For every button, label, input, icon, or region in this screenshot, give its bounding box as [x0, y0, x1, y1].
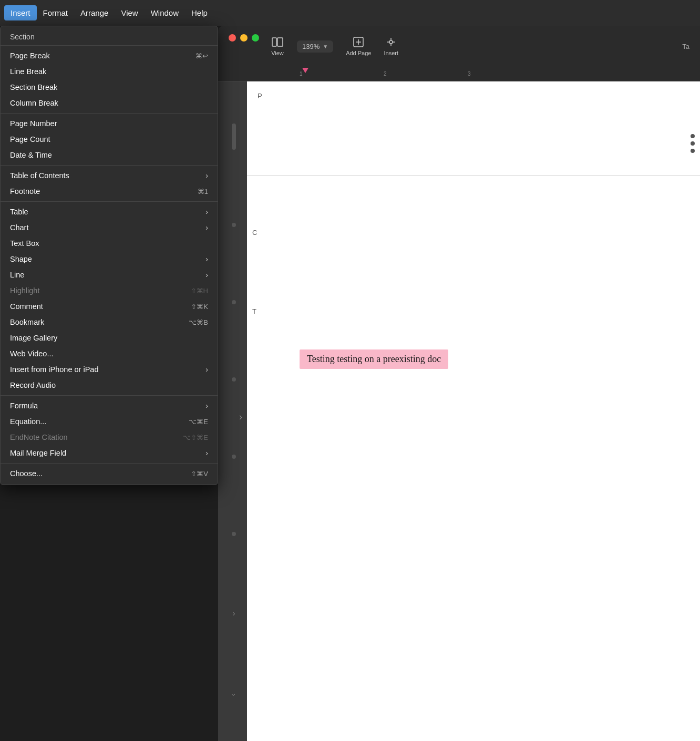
scroll-dot-r2: [691, 141, 695, 146]
menu-item-format[interactable]: Format: [37, 5, 75, 20]
menu-item-line-break[interactable]: Line Break: [1, 64, 218, 79]
highlight-label: Highlight: [10, 286, 39, 295]
record-audio-label: Record Audio: [10, 381, 56, 389]
menu-item-column-break[interactable]: Column Break: [1, 95, 218, 111]
endnote-citation-shortcut: ⌥⇧⌘E: [183, 434, 208, 441]
minimize-button[interactable]: [240, 34, 248, 42]
menu-item-toc[interactable]: Table of Contents ›: [1, 168, 218, 183]
traffic-lights: [229, 34, 259, 42]
menu-item-web-video[interactable]: Web Video...: [1, 346, 218, 362]
menu-item-endnote-citation[interactable]: EndNote Citation ⌥⇧⌘E: [1, 429, 218, 445]
menu-item-shape[interactable]: Shape ›: [1, 251, 218, 267]
app-window: View 139% ▼ Add Page: [218, 26, 700, 741]
section-label: Section: [1, 29, 218, 43]
mail-merge-arrow: ›: [205, 449, 208, 457]
add-page-button[interactable]: Add Page: [346, 36, 371, 56]
menu-item-bookmark[interactable]: Bookmark ⌥⌘B: [1, 314, 218, 330]
document-page-body[interactable]: C T Testing testing on a preexisting doc: [247, 176, 700, 741]
comment-shortcut: ⇧⌘K: [191, 303, 208, 311]
divider-6: [1, 463, 218, 464]
scroll-dot-r1: [691, 134, 695, 138]
add-page-icon: [352, 36, 365, 48]
page-count-label: Page Count: [10, 135, 50, 143]
sidebar-dot-3: [232, 377, 236, 382]
mail-merge-label: Mail Merge Field: [10, 449, 66, 457]
zoom-button[interactable]: 139% ▼: [297, 40, 333, 53]
menu-item-highlight[interactable]: Highlight ⇧⌘H: [1, 283, 218, 299]
menu-item-table[interactable]: Table ›: [1, 204, 218, 220]
menu-item-chart[interactable]: Chart ›: [1, 220, 218, 235]
shape-arrow: ›: [205, 255, 208, 263]
divider-3: [1, 165, 218, 166]
menu-item-equation[interactable]: Equation... ⌥⌘E: [1, 414, 218, 429]
equation-label: Equation...: [10, 417, 46, 426]
sidebar-dot-4: [232, 455, 236, 459]
formula-arrow: ›: [205, 402, 208, 410]
choose-label: Choose...: [10, 469, 43, 478]
menu-item-formula[interactable]: Formula ›: [1, 398, 218, 414]
menu-item-date-time[interactable]: Date & Time: [1, 147, 218, 163]
date-time-label: Date & Time: [10, 151, 52, 159]
menu-item-help[interactable]: Help: [185, 5, 214, 20]
view-button[interactable]: View: [271, 36, 284, 56]
page-label-c: C: [252, 229, 257, 236]
menu-item-record-audio[interactable]: Record Audio: [1, 377, 218, 393]
divider-5: [1, 395, 218, 396]
page-label-t: T: [252, 307, 256, 315]
insert-toolbar-button[interactable]: Insert: [384, 36, 398, 56]
footnote-label: Footnote: [10, 187, 40, 195]
image-gallery-label: Image Gallery: [10, 334, 57, 342]
add-page-label: Add Page: [346, 50, 371, 56]
text-highlight: Testing testing on a preexisting doc: [300, 349, 448, 369]
table-arrow: ›: [205, 208, 208, 216]
page-label-p: P: [258, 92, 262, 100]
menu-item-window[interactable]: Window: [145, 5, 185, 20]
view-icon: [271, 36, 284, 48]
menu-item-insert[interactable]: Insert: [4, 5, 37, 20]
table-label: Table: [10, 208, 28, 216]
menu-item-page-number[interactable]: Page Number: [1, 116, 218, 131]
sidebar-handle: [232, 124, 236, 150]
menu-item-footnote[interactable]: Footnote ⌘1: [1, 183, 218, 199]
menu-item-page-break[interactable]: Page Break ⌘↩: [1, 48, 218, 64]
page-break-shortcut: ⌘↩: [195, 52, 208, 60]
sidebar-dot-2: [232, 300, 236, 304]
toc-label: Table of Contents: [10, 171, 69, 180]
app-toolbar: View 139% ▼ Add Page: [218, 26, 700, 67]
chart-arrow: ›: [205, 223, 208, 232]
menu-item-arrange[interactable]: Arrange: [74, 5, 115, 20]
line-arrow: ›: [205, 271, 208, 279]
menu-bar: Insert Format Arrange View Window Help: [0, 0, 700, 26]
formula-label: Formula: [10, 402, 38, 410]
insert-from-device-label: Insert from iPhone or iPad: [10, 365, 98, 374]
menu-item-view[interactable]: View: [115, 5, 144, 20]
highlighted-text-block: Testing testing on a preexisting doc: [300, 349, 448, 369]
text-box-label: Text Box: [10, 239, 39, 248]
equation-shortcut: ⌥⌘E: [189, 418, 208, 426]
menu-item-mail-merge[interactable]: Mail Merge Field ›: [1, 445, 218, 461]
menu-item-text-box[interactable]: Text Box: [1, 235, 218, 251]
document-page-top[interactable]: P: [247, 81, 700, 176]
menu-item-image-gallery[interactable]: Image Gallery: [1, 330, 218, 346]
sidebar-arrow-up: ›: [230, 694, 238, 696]
svg-rect-0: [272, 38, 276, 46]
expand-arrow[interactable]: ›: [239, 411, 242, 423]
menu-item-choose[interactable]: Choose... ⇧⌘V: [1, 466, 218, 481]
svg-point-5: [389, 40, 393, 44]
menu-item-comment[interactable]: Comment ⇧⌘K: [1, 299, 218, 314]
menu-item-page-count[interactable]: Page Count: [1, 131, 218, 147]
line-break-label: Line Break: [10, 67, 46, 76]
svg-rect-1: [277, 38, 283, 46]
zoom-chevron-icon: ▼: [323, 44, 328, 49]
menu-item-section-break[interactable]: Section Break: [1, 79, 218, 95]
ruler-marker: [302, 68, 308, 73]
close-button[interactable]: [229, 34, 236, 42]
menu-item-line[interactable]: Line ›: [1, 267, 218, 283]
page-number-label: Page Number: [10, 119, 57, 128]
section-break-label: Section Break: [10, 83, 57, 91]
menu-item-insert-from-device[interactable]: Insert from iPhone or iPad ›: [1, 362, 218, 377]
view-label: View: [271, 50, 284, 56]
fullscreen-button[interactable]: [252, 34, 259, 42]
toc-arrow: ›: [205, 171, 208, 180]
divider-4: [1, 201, 218, 202]
